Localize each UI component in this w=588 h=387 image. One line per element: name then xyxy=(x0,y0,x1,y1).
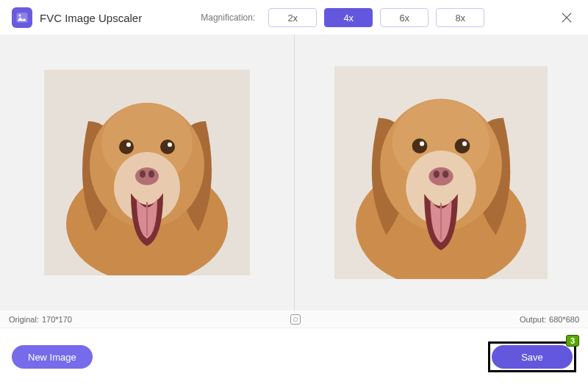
svg-point-9 xyxy=(160,140,175,154)
dog-illustration-icon xyxy=(334,66,548,279)
original-image xyxy=(44,70,250,275)
magnification-group: 2x 4x 6x 8x xyxy=(268,8,484,27)
app-title: FVC Image Upscaler xyxy=(40,12,142,24)
svg-point-8 xyxy=(126,142,131,147)
original-panel xyxy=(0,35,294,311)
svg-point-19 xyxy=(412,138,428,153)
save-button[interactable]: Save xyxy=(492,345,573,369)
svg-rect-0 xyxy=(17,12,28,23)
compare-area xyxy=(0,34,588,311)
output-image xyxy=(334,66,548,279)
output-size-value: 680*680 xyxy=(549,315,579,324)
compare-toggle-icon[interactable] xyxy=(290,314,301,325)
original-size-readout: Original: 170*170 xyxy=(9,315,72,324)
magnification-8x[interactable]: 8x xyxy=(436,8,484,27)
header-bar: FVC Image Upscaler Magnification: 2x 4x … xyxy=(0,0,588,34)
magnification-6x[interactable]: 6x xyxy=(380,8,429,27)
svg-point-10 xyxy=(168,142,172,147)
svg-point-13 xyxy=(148,170,154,178)
save-callout: 3 Save xyxy=(488,341,576,372)
output-panel xyxy=(295,35,589,311)
svg-point-1 xyxy=(19,15,21,17)
footer-bar: New Image 3 Save xyxy=(0,328,588,387)
svg-point-21 xyxy=(455,138,470,153)
svg-point-22 xyxy=(462,142,467,146)
original-size-value: 170*170 xyxy=(42,315,72,324)
status-bar: Original: 170*170 Output: 680*680 xyxy=(0,311,588,328)
svg-point-12 xyxy=(140,170,146,178)
original-size-label: Original: xyxy=(9,315,39,324)
svg-point-11 xyxy=(135,167,159,185)
new-image-button[interactable]: New Image xyxy=(12,345,93,369)
svg-point-7 xyxy=(119,140,134,154)
step-badge: 3 xyxy=(566,335,579,347)
magnification-4x[interactable]: 4x xyxy=(324,8,373,27)
svg-point-25 xyxy=(442,170,448,178)
app-window: FVC Image Upscaler Magnification: 2x 4x … xyxy=(0,0,588,387)
svg-point-20 xyxy=(420,142,424,146)
magnification-2x[interactable]: 2x xyxy=(268,8,317,27)
magnification-label: Magnification: xyxy=(201,12,255,23)
close-icon xyxy=(559,10,574,25)
close-button[interactable] xyxy=(557,8,576,27)
svg-point-24 xyxy=(434,170,440,178)
output-size-label: Output: xyxy=(520,315,546,324)
svg-point-23 xyxy=(429,167,453,186)
output-size-readout: Output: 680*680 xyxy=(520,315,579,324)
app-logo-icon xyxy=(12,7,32,28)
dog-illustration-icon xyxy=(44,70,250,275)
